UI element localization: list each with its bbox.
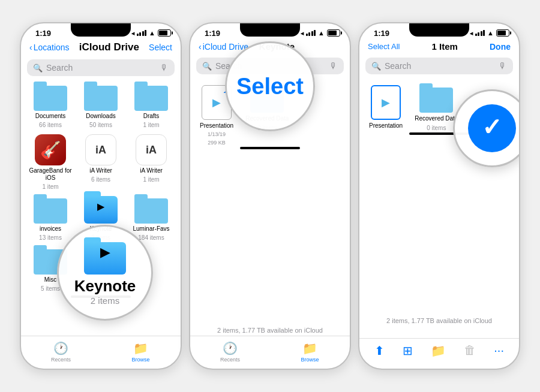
location-icon-3: ◂ bbox=[470, 30, 473, 37]
time-3: 1:19 bbox=[369, 29, 389, 38]
folder-count: 50 items bbox=[89, 122, 112, 128]
select-button-1[interactable]: Select bbox=[149, 43, 172, 52]
checkmark-callout: ✓ bbox=[453, 89, 520, 167]
keynote-symbol: ▶ bbox=[212, 96, 221, 109]
recovered-folder-icon-3 bbox=[419, 85, 453, 113]
file-name: Presentation bbox=[200, 122, 233, 129]
battery-icon-2 bbox=[327, 29, 340, 37]
folder-name-3: Recovered Data bbox=[415, 115, 458, 122]
back-button-2[interactable]: ‹ iCloud Drive bbox=[199, 42, 248, 52]
status-icons-3: ◂ ▲ bbox=[470, 29, 509, 37]
select-label: Select bbox=[236, 74, 304, 99]
recents-label: Recents bbox=[51, 357, 71, 363]
list-item[interactable]: 🎸 GarageBand for iOS 1 item bbox=[27, 134, 74, 190]
ia-writer-icon: iA bbox=[136, 134, 167, 165]
nav-title-1: iCloud Drive bbox=[79, 41, 139, 53]
search-bar-3[interactable]: 🔍 Search 🎙 bbox=[365, 58, 513, 74]
mic-icon-2: 🎙 bbox=[329, 61, 338, 71]
location-icon-2: ◂ bbox=[301, 30, 304, 37]
signal-icon bbox=[137, 30, 147, 36]
folder-name: GarageBand for iOS bbox=[27, 167, 74, 182]
keynote-callout: ▶ Keynote 2 items bbox=[57, 225, 153, 321]
list-item[interactable]: invoices 13 items bbox=[27, 196, 74, 241]
browse-icon: 📁 bbox=[133, 341, 148, 355]
chevron-left-icon-2: ‹ bbox=[199, 42, 202, 52]
folder-icon bbox=[134, 83, 168, 111]
search-bar-1[interactable]: 🔍 Search 🎙 bbox=[27, 59, 175, 76]
keynote-embed-icon: ▶ bbox=[100, 245, 110, 260]
list-item[interactable]: Downloads 50 items bbox=[77, 83, 124, 128]
folder-name: Luminar-Favs bbox=[133, 225, 169, 233]
home-indicator-2 bbox=[240, 147, 300, 149]
list-item[interactable]: Recovered Data 0 items bbox=[415, 85, 458, 131]
keynote-symbol-3: ▶ bbox=[382, 96, 390, 109]
delete-button[interactable]: 🗑 bbox=[464, 343, 476, 358]
ia-writer-icon: iA bbox=[85, 134, 116, 165]
list-item[interactable]: iA iA Writer 6 items bbox=[77, 134, 124, 190]
tab-bar-2: 🕐 Recents 📁 Browse bbox=[190, 336, 350, 365]
toolbar-bottom: ⬆ ⊞ 📁 🗑 ··· bbox=[359, 338, 519, 360]
search-icon-2: 🔍 bbox=[202, 62, 212, 71]
notch-2 bbox=[240, 23, 300, 37]
search-placeholder-3: Search bbox=[385, 61, 495, 71]
keynote-folder-icon: ▶ bbox=[84, 196, 118, 224]
folder-count: 66 items bbox=[39, 122, 62, 128]
folder-button[interactable]: 📁 bbox=[431, 343, 446, 358]
more-button[interactable]: ··· bbox=[494, 343, 504, 358]
tab-recents-2[interactable]: 🕐 Recents bbox=[190, 341, 270, 363]
folder-icon bbox=[134, 196, 168, 224]
checkmark-icon: ✓ bbox=[482, 115, 502, 139]
wifi-icon: ▲ bbox=[149, 29, 155, 37]
wifi-icon-3: ▲ bbox=[487, 29, 494, 37]
nav-bar-1: ‹ Locations iCloud Drive Select bbox=[21, 40, 181, 57]
phone-2: 1:19 ◂ ▲ ‹ iCloud Drive Keynote 🔍 Search… bbox=[189, 22, 351, 370]
folder-icon bbox=[84, 83, 118, 111]
done-button[interactable]: Done bbox=[490, 42, 511, 52]
recents-label-2: Recents bbox=[220, 357, 240, 363]
folder-count: 13 items bbox=[39, 234, 62, 241]
chevron-left-icon: ‹ bbox=[29, 43, 32, 52]
tab-recents-1[interactable]: 🕐 Recents bbox=[21, 341, 101, 363]
share-button[interactable]: ⬆ bbox=[374, 343, 385, 358]
folder-name: invoices bbox=[40, 225, 61, 233]
folder-name: Downloads bbox=[86, 113, 115, 120]
callout-folder-icon: ▶ bbox=[84, 240, 126, 275]
tab-bar-1: 🕐 Recents 📁 Browse bbox=[21, 336, 181, 365]
browse-label-2: Browse bbox=[301, 357, 319, 363]
status-icons-1: ◂ ▲ bbox=[131, 29, 171, 37]
folder-count: 5 items bbox=[41, 285, 60, 292]
select-callout: Select bbox=[225, 41, 315, 131]
tab-browse-2[interactable]: 📁 Browse bbox=[270, 341, 350, 363]
tab-browse-1[interactable]: 📁 Browse bbox=[101, 341, 181, 363]
search-placeholder-1: Search bbox=[46, 63, 157, 73]
list-item[interactable]: Luminar-Favs 184 items bbox=[128, 196, 175, 241]
callout-subtitle: 2 items bbox=[91, 295, 119, 306]
file-size: 299 KB bbox=[208, 140, 226, 146]
recents-icon-2: 🕐 bbox=[223, 341, 238, 355]
add-button[interactable]: ⊞ bbox=[403, 343, 413, 358]
folder-count-3: 0 items bbox=[427, 125, 446, 131]
folder-icon bbox=[34, 196, 67, 224]
battery-icon-3 bbox=[496, 29, 509, 37]
notch-1 bbox=[71, 23, 131, 37]
battery-icon bbox=[158, 29, 171, 37]
select-all-button[interactable]: Select All bbox=[368, 42, 400, 51]
list-item[interactable]: Documents 66 items bbox=[27, 83, 74, 128]
back-button-1[interactable]: ‹ Locations bbox=[29, 43, 70, 52]
folder-count: 184 items bbox=[138, 234, 164, 241]
list-item[interactable]: Drafts 1 item bbox=[128, 83, 175, 128]
folder-name: Drafts bbox=[143, 113, 160, 120]
list-item[interactable]: ▶ Presentation bbox=[369, 85, 403, 131]
folder-count: 1 item bbox=[42, 183, 58, 190]
folder-name: iA Writer bbox=[89, 167, 112, 174]
wifi-icon-2: ▲ bbox=[318, 29, 325, 37]
time-1: 1:19 bbox=[31, 29, 51, 38]
folder-count: 1 item bbox=[143, 122, 159, 128]
folder-icon bbox=[34, 83, 67, 111]
garageband-icon: 🎸 bbox=[35, 134, 66, 165]
bottom-info-3: 2 items, 1.77 TB available on iCloud bbox=[359, 315, 519, 325]
folder-count: 6 items bbox=[91, 176, 110, 183]
bottom-info-2: 2 items, 1.77 TB available on iCloud bbox=[190, 324, 350, 335]
list-item[interactable]: iA iA Writer 1 item bbox=[128, 134, 175, 190]
nav-bar-3: Select All 1 Item Done bbox=[359, 40, 519, 55]
